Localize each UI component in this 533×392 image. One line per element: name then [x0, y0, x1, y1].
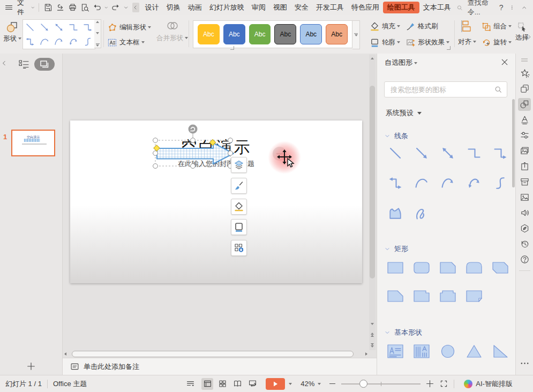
scroll-up-button[interactable]	[369, 55, 376, 62]
text-box-button[interactable]: 文本框	[107, 37, 145, 48]
shape-freeform-s[interactable]	[487, 172, 513, 194]
theme-name[interactable]: Office 主题	[53, 379, 87, 389]
layer-order-button[interactable]	[231, 157, 247, 173]
picture-button[interactable]	[518, 191, 531, 204]
zoom-out-button[interactable]	[326, 378, 338, 390]
shape-notch-both-corners-rectangle[interactable]	[434, 285, 461, 307]
group-button[interactable]: 组合	[481, 21, 512, 32]
shape-effects-button[interactable]: 形状效果	[406, 37, 449, 48]
tab-review[interactable]: 审阅	[248, 2, 269, 13]
shape-search-input[interactable]	[389, 85, 494, 94]
search-icon[interactable]	[456, 4, 463, 12]
style-gallery-scroll[interactable]	[352, 20, 360, 49]
resource-box-button[interactable]	[518, 176, 531, 189]
slideshow-view-button[interactable]	[246, 378, 258, 390]
dialog-launcher[interactable]	[447, 46, 451, 50]
panel-drag-handle-icon[interactable]	[521, 58, 528, 62]
shape-curve[interactable]	[408, 172, 434, 194]
gallery-line[interactable]	[23, 20, 37, 34]
shape-line[interactable]	[382, 142, 408, 164]
effects-button[interactable]	[518, 67, 531, 80]
shape-folded-corner-rectangle[interactable]	[461, 285, 487, 307]
main-menu-icon[interactable]	[4, 2, 13, 13]
properties-button[interactable]	[518, 129, 531, 142]
notes-toggle-button[interactable]	[184, 378, 196, 390]
tab-devtools[interactable]: 开发工具	[312, 2, 348, 13]
horizontal-scrollbar[interactable]	[64, 350, 367, 358]
shape-snip-big-corner-rectangle[interactable]	[382, 285, 408, 307]
panel-collapse-icon[interactable]	[1, 59, 7, 67]
tab-security[interactable]: 安全	[291, 2, 312, 13]
autoshapes-button[interactable]	[518, 98, 531, 111]
gallery-elbow-arrow[interactable]	[80, 20, 95, 34]
previous-slide-button[interactable]	[369, 331, 376, 338]
outline-view-icon[interactable]	[18, 59, 30, 70]
shape-round-top-rectangle[interactable]	[461, 257, 487, 278]
gallery-button[interactable]	[518, 145, 531, 157]
outline-color-button[interactable]	[231, 219, 247, 235]
tab-slideshow[interactable]: 幻灯片放映	[206, 2, 248, 13]
shape-rectangle[interactable]	[382, 257, 408, 278]
scroll-down-button[interactable]	[369, 320, 376, 328]
slide-sorter-button[interactable]	[216, 378, 228, 390]
format-painter-button[interactable]: 格式刷	[406, 21, 438, 32]
fit-to-window-button[interactable]	[438, 378, 449, 390]
shape-library-button[interactable]	[518, 82, 531, 95]
tab-text-tools[interactable]: 文本工具	[419, 2, 455, 13]
tab-transition[interactable]: 切换	[163, 2, 184, 13]
tab-drawing-tools[interactable]: 绘图工具	[383, 2, 419, 13]
shape-elbow-double-arrow[interactable]	[382, 172, 408, 194]
shape-style-gray[interactable]: Abc	[274, 24, 296, 44]
zoom-level[interactable]: 42%	[301, 380, 314, 388]
shape-text-box[interactable]	[382, 341, 408, 362]
zoom-in-button[interactable]	[424, 378, 436, 390]
shape-notch-corner-rectangle[interactable]	[408, 285, 434, 307]
style-brush-button[interactable]	[231, 178, 247, 194]
play-options-icon[interactable]	[287, 380, 292, 388]
zoom-slider[interactable]	[341, 378, 421, 390]
gallery-curved-double-arrow[interactable]	[66, 34, 80, 49]
ai-layout-button[interactable]: AI-智能排版	[476, 379, 513, 389]
gallery-arrow[interactable]	[37, 20, 52, 34]
redo-icon[interactable]	[111, 2, 120, 13]
gallery-curved-arrow[interactable]	[52, 34, 66, 49]
zoom-slider-knob[interactable]	[359, 380, 367, 388]
play-slideshow-button[interactable]	[266, 378, 285, 390]
undo-icon[interactable]	[93, 2, 102, 13]
slide-subtitle[interactable]: 在此输入您的封面副标题	[70, 159, 362, 169]
editing-canvas[interactable]: 空白演示 在此输入您的封面副标题	[63, 54, 377, 358]
outline-button[interactable]: 轮廓	[370, 37, 400, 48]
reading-view-button[interactable]	[231, 378, 243, 390]
tab-animation[interactable]: 动画	[184, 2, 206, 13]
scroll-left-button[interactable]	[64, 352, 66, 356]
shape-oval[interactable]	[434, 341, 461, 362]
slide-title[interactable]: 空白演示	[70, 137, 362, 159]
shape-right-triangle[interactable]	[487, 341, 513, 362]
shape-style-green[interactable]: Abc	[249, 24, 271, 44]
toolbar-more-icon[interactable]	[123, 2, 129, 13]
shape-snip-diagonal-rectangle[interactable]	[487, 257, 513, 278]
shape-double-arrow[interactable]	[434, 142, 461, 164]
shape-curved-arrow[interactable]	[434, 172, 461, 194]
zoom-dropdown-icon[interactable]	[316, 380, 321, 388]
export-icon[interactable]	[56, 2, 65, 13]
help-icon[interactable]: ?	[498, 3, 505, 12]
audio-button[interactable]	[518, 207, 531, 220]
align-button[interactable]: 对齐	[458, 37, 476, 47]
smart-shapes-button[interactable]	[231, 240, 247, 256]
ribbon-overflow-icon[interactable]	[527, 33, 532, 41]
more-options-icon[interactable]	[509, 2, 515, 13]
gallery-curve[interactable]	[37, 34, 52, 49]
shape-elbow-connector[interactable]	[461, 142, 487, 164]
shape-isosceles-triangle[interactable]	[461, 341, 487, 362]
shape-style-salmon[interactable]: Abc	[326, 24, 348, 44]
share-button[interactable]	[518, 160, 531, 173]
fill-button[interactable]: 填充	[370, 21, 400, 32]
save-icon[interactable]	[43, 2, 52, 13]
fill-color-button[interactable]	[231, 199, 247, 215]
shape-curved-double-arrow[interactable]	[461, 172, 487, 194]
tab-special-apps[interactable]: 特色应用	[348, 2, 383, 13]
panel-scroll-thumb[interactable]	[512, 99, 515, 187]
shape-rounded-rectangle[interactable]	[408, 257, 434, 278]
scroll-right-button[interactable]	[365, 352, 367, 356]
